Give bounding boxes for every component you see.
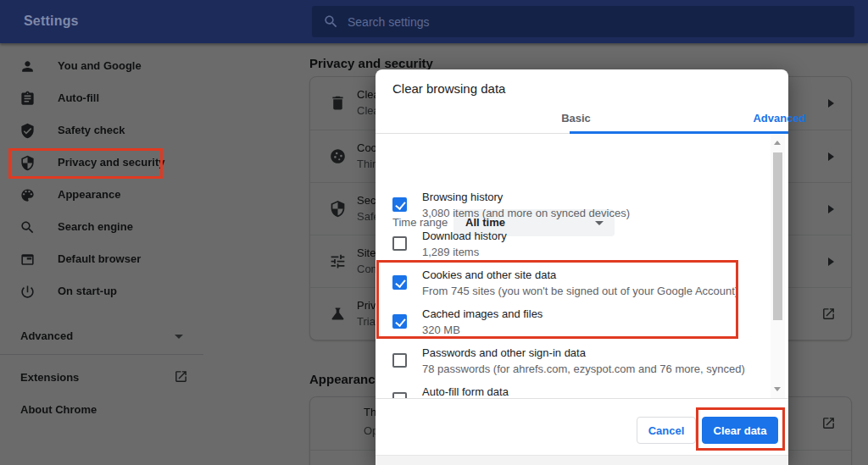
shield-check-icon <box>19 123 36 139</box>
trash-icon <box>329 94 347 112</box>
checkbox-title: Passwords and other sign-in data <box>422 346 586 359</box>
checkbox-title: Download history <box>422 230 507 242</box>
checkbox-row-cookies[interactable]: Cookies and other site data From 745 sit… <box>376 267 757 306</box>
settings-search-box[interactable] <box>312 6 854 37</box>
dialog-bottom-strip <box>376 455 788 465</box>
autofill-form-data-checkbox[interactable] <box>392 392 407 398</box>
checkbox-subtitle: 1,289 items <box>422 246 479 258</box>
checkbox-subtitle: 78 passwords (for ahrefs.com, ezyspot.co… <box>422 363 745 375</box>
sidebar-item-on-startup[interactable]: On start-up <box>0 275 212 307</box>
dialog-body: Time range All time Browsing history 3,0… <box>376 134 788 398</box>
download-history-checkbox[interactable] <box>392 236 407 251</box>
clear-data-button[interactable]: Clear data <box>702 417 778 444</box>
sidebar-item-autofill[interactable]: Auto-fill <box>0 82 212 114</box>
palette-icon <box>19 187 36 203</box>
checkbox-title: Cached images and files <box>422 307 542 320</box>
appearance-section-title: Appearance <box>309 372 382 386</box>
privacy-section-title: Privacy and security <box>309 56 433 70</box>
power-icon <box>19 284 36 300</box>
clipboard-icon <box>19 91 36 107</box>
sidebar-item-appearance[interactable]: Appearance <box>0 179 212 211</box>
checkbox-subtitle: 320 MB <box>422 324 460 336</box>
about-chrome-label: About Chrome <box>20 403 97 416</box>
sidebar-item-label: On start-up <box>58 285 117 297</box>
checkbox-title: Auto-fill form data <box>422 385 509 398</box>
magnifier-icon <box>19 219 36 235</box>
sidebar-divider <box>0 354 203 355</box>
search-input[interactable] <box>348 6 839 37</box>
cookies-checkbox[interactable] <box>392 275 407 290</box>
tab-basic[interactable]: Basic <box>473 106 679 134</box>
sidebar-item-about-chrome[interactable]: About Chrome <box>0 394 212 426</box>
chevron-right-icon <box>828 152 834 161</box>
clear-browsing-data-dialog: Clear browsing data Basic Advanced Time … <box>376 69 788 465</box>
sidebar-item-default-browser[interactable]: Default browser <box>0 243 212 275</box>
sidebar-item-search-engine[interactable]: Search engine <box>0 211 212 243</box>
dialog-scrollbar[interactable] <box>771 134 785 398</box>
advanced-label: Advanced <box>20 329 73 342</box>
sidebar-item-label: Search engine <box>58 220 133 233</box>
chevron-right-icon <box>828 257 834 266</box>
checkbox-row-download-history[interactable]: Download history 1,289 items <box>376 228 757 267</box>
shield-half-icon <box>19 155 36 171</box>
scrollbar-thumb[interactable] <box>773 152 782 320</box>
external-link-icon <box>821 416 836 430</box>
search-icon <box>323 14 339 30</box>
external-link-icon <box>174 369 188 384</box>
sidebar-item-safety-check[interactable]: Safety check <box>0 114 212 147</box>
cookie-icon <box>329 147 347 165</box>
chevron-right-icon <box>828 205 834 213</box>
sidebar-advanced-toggle[interactable]: Advanced <box>0 320 212 352</box>
sliders-icon <box>329 252 347 270</box>
cached-images-checkbox[interactable] <box>392 314 407 329</box>
checkbox-subtitle: From 745 sites (you won't be signed out … <box>422 285 738 297</box>
checkbox-row-cached-images[interactable]: Cached images and files 320 MB <box>376 306 757 345</box>
sidebar-item-label: Default browser <box>58 252 141 265</box>
browsing-history-checkbox[interactable] <box>392 197 407 212</box>
sidebar-item-label: Safety check <box>58 124 125 136</box>
sidebar-item-extensions[interactable]: Extensions <box>0 362 212 394</box>
settings-header: Settings <box>0 0 868 43</box>
checkbox-title: Browsing history <box>422 191 503 203</box>
checkbox-row-browsing-history[interactable]: Browsing history 3,080 items (and more o… <box>376 189 757 228</box>
extensions-label: Extensions <box>20 371 79 384</box>
dialog-tabs: Basic Advanced <box>376 106 788 134</box>
sidebar-item-label: You and Google <box>58 59 142 72</box>
tab-advanced[interactable]: Advanced <box>676 106 868 134</box>
external-link-icon <box>821 307 836 321</box>
passwords-checkbox[interactable] <box>392 353 407 368</box>
cancel-button[interactable]: Cancel <box>637 417 696 444</box>
person-icon <box>19 58 36 75</box>
scroll-up-arrow-icon[interactable] <box>774 141 781 145</box>
checkbox-row-autofill-form-data[interactable]: Auto-fill form data <box>376 384 757 398</box>
sidebar-item-label: Auto-fill <box>58 91 99 104</box>
page-title: Settings <box>24 14 79 29</box>
sidebar-item-you-and-google[interactable]: You and Google <box>0 50 212 82</box>
shield-icon <box>329 200 347 218</box>
checkbox-row-passwords[interactable]: Passwords and other sign-in data 78 pass… <box>376 345 757 384</box>
dialog-footer: Cancel Clear data <box>376 398 788 455</box>
sidebar-item-label: Appearance <box>58 188 120 201</box>
chrome-settings-screen: Settings You and Google Auto-fill Safety… <box>0 0 868 465</box>
chevron-down-icon <box>175 335 183 339</box>
sidebar-item-privacy-and-security[interactable]: Privacy and security <box>0 147 212 179</box>
flask-icon <box>329 305 347 323</box>
sidebar-item-label: Privacy and security <box>58 156 164 169</box>
scroll-down-arrow-icon[interactable] <box>774 387 781 391</box>
dialog-title: Clear browsing data <box>392 81 505 96</box>
checkbox-title: Cookies and other site data <box>422 268 556 281</box>
checkbox-subtitle: 3,080 items (and more on synced devices) <box>422 207 630 219</box>
browser-window-icon <box>19 252 36 268</box>
